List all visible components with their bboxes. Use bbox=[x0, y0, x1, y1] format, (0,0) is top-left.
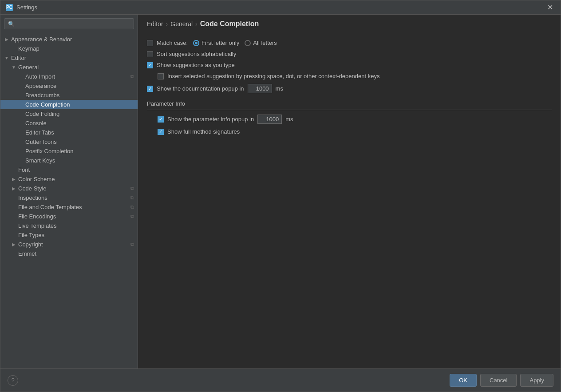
sidebar-label-appearance: Appearance bbox=[25, 83, 56, 89]
bottom-right: OK Cancel Apply bbox=[450, 374, 553, 387]
sidebar-item-breadcrumbs[interactable]: Breadcrumbs bbox=[0, 91, 138, 100]
show-suggestions-checkbox[interactable] bbox=[147, 62, 153, 68]
sidebar-item-smart-keys[interactable]: Smart Keys bbox=[0, 156, 138, 165]
sidebar-label-emmet: Emmet bbox=[18, 250, 36, 257]
sidebar-label-code-completion: Code Completion bbox=[25, 101, 70, 108]
breadcrumb-sep1: › bbox=[166, 20, 168, 28]
sidebar-label-auto-import: Auto Import bbox=[25, 73, 55, 80]
arrow-breadcrumbs bbox=[18, 93, 24, 98]
sidebar-item-inspections[interactable]: Inspections⧉ bbox=[0, 193, 138, 202]
bottom-bar: ? OK Cancel Apply bbox=[0, 368, 561, 392]
sidebar-label-file-code-templates: File and Code Templates bbox=[18, 204, 82, 210]
arrow-code-completion bbox=[18, 102, 24, 107]
ok-button[interactable]: OK bbox=[450, 374, 477, 387]
sidebar-item-file-encodings[interactable]: File Encodings⧉ bbox=[0, 212, 138, 221]
sidebar-item-code-completion[interactable]: Code Completion bbox=[0, 100, 138, 109]
arrow-editor bbox=[4, 55, 9, 61]
show-signatures-label: Show full method signatures bbox=[167, 128, 240, 135]
show-suggestions-label: Show suggestions as you type bbox=[157, 62, 235, 68]
arrow-file-code-templates bbox=[11, 205, 16, 210]
sidebar-item-code-folding[interactable]: Code Folding bbox=[0, 109, 138, 119]
first-letter-radio[interactable] bbox=[193, 40, 199, 46]
sidebar-item-gutter-icons[interactable]: Gutter Icons bbox=[0, 137, 138, 147]
show-signatures-row: Show full method signatures bbox=[147, 128, 552, 135]
sidebar-item-font[interactable]: Font bbox=[0, 165, 138, 174]
sidebar-item-file-code-templates[interactable]: File and Code Templates⧉ bbox=[0, 202, 138, 212]
sidebar-item-keymap[interactable]: Keymap bbox=[0, 44, 138, 53]
arrow-color-scheme bbox=[11, 177, 16, 182]
sidebar-item-code-style[interactable]: Code Style⧉ bbox=[0, 184, 138, 193]
arrow-file-types bbox=[11, 233, 16, 238]
sidebar-label-postfix-completion: Postfix Completion bbox=[25, 148, 73, 154]
all-letters-option[interactable]: All letters bbox=[245, 40, 277, 46]
show-param-input[interactable] bbox=[257, 115, 282, 124]
sidebar-item-general[interactable]: General bbox=[0, 63, 138, 72]
insert-selected-checkbox[interactable] bbox=[158, 73, 164, 79]
sidebar-item-copyright[interactable]: Copyright⧉ bbox=[0, 240, 138, 249]
show-param-label: Show the parameter info popup in bbox=[167, 116, 254, 123]
match-case-radio-group: First letter only All letters bbox=[193, 40, 277, 46]
sidebar-item-color-scheme[interactable]: Color Scheme bbox=[0, 174, 138, 184]
sidebar-label-live-templates: Live Templates bbox=[18, 222, 56, 229]
show-doc-popup-checkbox[interactable] bbox=[147, 86, 153, 92]
show-signatures-checkbox[interactable] bbox=[158, 129, 164, 135]
sidebar-label-keymap: Keymap bbox=[18, 45, 40, 52]
bottom-left: ? bbox=[8, 375, 18, 386]
first-letter-option[interactable]: First letter only bbox=[193, 40, 239, 46]
sidebar-item-postfix-completion[interactable]: Postfix Completion bbox=[0, 147, 138, 156]
search-icon: 🔍 bbox=[8, 21, 15, 27]
show-doc-popup-input[interactable] bbox=[248, 84, 272, 93]
close-button[interactable]: ✕ bbox=[545, 2, 555, 13]
show-param-checkbox[interactable] bbox=[158, 116, 164, 123]
match-case-label: Match case: bbox=[157, 40, 188, 46]
sidebar-label-editor-tabs: Editor Tabs bbox=[25, 129, 54, 136]
match-case-checkbox[interactable] bbox=[147, 40, 153, 46]
apply-button[interactable]: Apply bbox=[520, 374, 553, 387]
sidebar-item-appearance-behavior[interactable]: Appearance & Behavior bbox=[0, 35, 138, 44]
sidebar-item-auto-import[interactable]: Auto Import⧉ bbox=[0, 72, 138, 81]
sort-alpha-label: Sort suggestions alphabetically bbox=[157, 51, 236, 57]
breadcrumb-general: General bbox=[170, 20, 193, 28]
breadcrumb-current: Code Completion bbox=[200, 20, 259, 28]
right-panel: Editor › General › Code Completion Match… bbox=[138, 15, 561, 368]
sidebar-item-emmet[interactable]: Emmet bbox=[0, 249, 138, 258]
arrow-file-encodings bbox=[11, 214, 16, 219]
sidebar-label-color-scheme: Color Scheme bbox=[18, 176, 55, 182]
show-param-row: Show the parameter info popup in ms bbox=[147, 115, 552, 124]
arrow-appearance bbox=[18, 83, 24, 89]
sidebar-label-font: Font bbox=[18, 166, 30, 173]
copy-icon-file-encodings: ⧉ bbox=[130, 214, 134, 219]
breadcrumb-sep2: › bbox=[195, 20, 198, 28]
sidebar-item-appearance[interactable]: Appearance bbox=[0, 81, 138, 91]
all-letters-label: All letters bbox=[253, 40, 277, 46]
sidebar-item-editor[interactable]: Editor bbox=[0, 53, 138, 63]
sidebar-label-appearance-behavior: Appearance & Behavior bbox=[11, 36, 72, 43]
show-doc-popup-row: Show the documentation popup in ms bbox=[147, 84, 552, 93]
arrow-console bbox=[18, 121, 24, 126]
arrow-copyright bbox=[11, 242, 16, 247]
breadcrumb: Editor › General › Code Completion bbox=[138, 15, 561, 32]
settings-content: Match case: First letter only All letter… bbox=[138, 32, 561, 368]
sidebar-label-code-folding: Code Folding bbox=[25, 111, 59, 117]
insert-selected-row: Insert selected suggestion by pressing s… bbox=[147, 73, 552, 79]
sidebar-label-inspections: Inspections bbox=[18, 194, 47, 201]
sidebar-label-code-style: Code Style bbox=[18, 185, 47, 192]
cancel-button[interactable]: Cancel bbox=[480, 374, 517, 387]
sidebar-item-file-types[interactable]: File Types bbox=[0, 230, 138, 240]
copy-icon-file-code-templates: ⧉ bbox=[130, 204, 134, 210]
arrow-code-folding bbox=[18, 111, 24, 117]
show-doc-popup-ms: ms bbox=[276, 85, 283, 92]
arrow-gutter-icons bbox=[18, 139, 24, 145]
all-letters-radio[interactable] bbox=[245, 40, 251, 46]
sidebar-label-general: General bbox=[18, 64, 39, 71]
sidebar-item-editor-tabs[interactable]: Editor Tabs bbox=[0, 128, 138, 137]
sidebar-item-console[interactable]: Console bbox=[0, 119, 138, 128]
search-box[interactable]: 🔍 bbox=[4, 18, 134, 29]
sort-alpha-checkbox[interactable] bbox=[147, 51, 153, 57]
copy-icon-inspections: ⧉ bbox=[130, 195, 134, 201]
sidebar-label-file-types: File Types bbox=[18, 232, 44, 238]
sidebar-item-live-templates[interactable]: Live Templates bbox=[0, 221, 138, 230]
search-input[interactable] bbox=[17, 20, 130, 27]
show-param-ms: ms bbox=[285, 116, 293, 123]
help-button[interactable]: ? bbox=[8, 375, 18, 386]
